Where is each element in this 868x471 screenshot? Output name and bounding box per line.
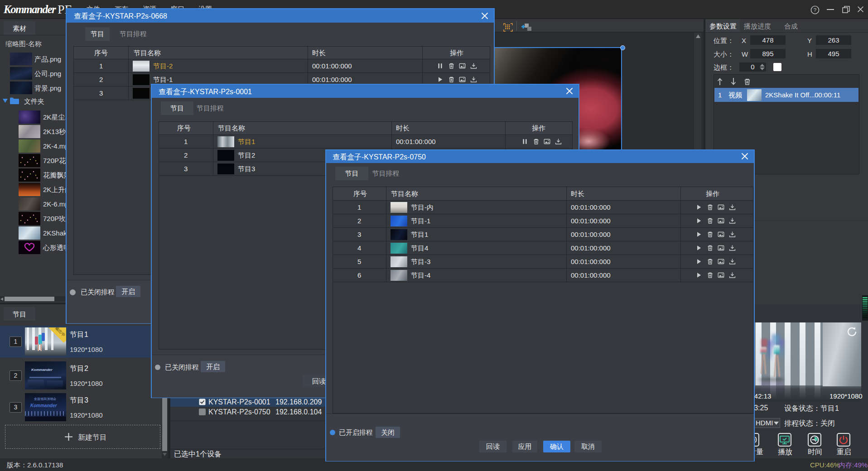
svg-text:?: ?: [814, 7, 816, 13]
